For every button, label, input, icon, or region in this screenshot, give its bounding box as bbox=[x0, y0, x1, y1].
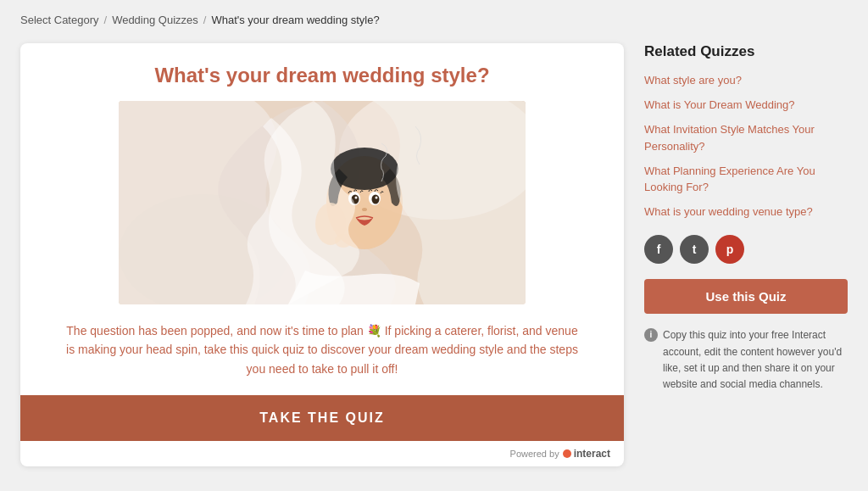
related-link-2[interactable]: What is Your Dream Wedding? bbox=[644, 98, 795, 111]
svg-point-11 bbox=[362, 208, 367, 211]
related-links-list: What style are you? What is Your Dream W… bbox=[644, 72, 848, 220]
interact-dot bbox=[563, 449, 571, 458]
page-wrapper: Select Category / Wedding Quizzes / What… bbox=[0, 0, 868, 480]
facebook-button[interactable]: f bbox=[644, 235, 673, 264]
interact-logo: interact bbox=[563, 448, 610, 460]
interact-label: interact bbox=[574, 448, 610, 460]
breadcrumb-separator-2: / bbox=[203, 14, 207, 26]
info-icon: i bbox=[644, 328, 658, 342]
list-item: What Invitation Style Matches Your Perso… bbox=[644, 121, 848, 153]
breadcrumb-current: What's your dream wedding style? bbox=[211, 14, 379, 26]
sidebar: Related Quizzes What style are you? What… bbox=[644, 43, 848, 393]
related-link-5[interactable]: What is your wedding venue type? bbox=[644, 205, 813, 218]
quiz-description: The question has been popped, and now it… bbox=[54, 321, 590, 378]
powered-by-label: Powered by bbox=[510, 449, 559, 459]
list-item: What is Your Dream Wedding? bbox=[644, 97, 848, 113]
breadcrumb-wedding-quizzes[interactable]: Wedding Quizzes bbox=[112, 14, 198, 26]
facebook-icon: f bbox=[657, 243, 661, 256]
twitter-button[interactable]: t bbox=[680, 235, 709, 264]
list-item: What Planning Experience Are You Looking… bbox=[644, 163, 848, 195]
related-link-4[interactable]: What Planning Experience Are You Looking… bbox=[644, 165, 815, 193]
copy-info-text: Copy this quiz into your free Interact a… bbox=[663, 327, 848, 393]
twitter-icon: t bbox=[693, 243, 697, 256]
related-link-3[interactable]: What Invitation Style Matches Your Perso… bbox=[644, 123, 815, 152]
svg-point-9 bbox=[355, 197, 358, 199]
quiz-title: What's your dream wedding style? bbox=[54, 64, 590, 87]
quiz-card: What's your dream wedding style? bbox=[20, 43, 624, 466]
related-link-1[interactable]: What style are you? bbox=[644, 74, 742, 86]
bride-illustration bbox=[119, 101, 526, 304]
breadcrumb: Select Category / Wedding Quizzes / What… bbox=[20, 14, 848, 26]
list-item: What style are you? bbox=[644, 72, 848, 88]
quiz-image bbox=[119, 101, 526, 304]
pinterest-icon: p bbox=[726, 243, 734, 256]
copy-info: i Copy this quiz into your free Interact… bbox=[644, 327, 848, 393]
content-area: What's your dream wedding style? bbox=[20, 43, 848, 466]
svg-point-10 bbox=[376, 197, 378, 199]
powered-by: Powered by interact bbox=[20, 441, 624, 466]
breadcrumb-separator-1: / bbox=[104, 14, 108, 26]
quiz-image-container bbox=[119, 101, 526, 304]
quiz-card-inner: What's your dream wedding style? bbox=[20, 43, 624, 378]
use-quiz-button[interactable]: Use this Quiz bbox=[644, 279, 848, 314]
take-quiz-button[interactable]: TAKE THE QUIZ bbox=[20, 395, 624, 441]
related-quizzes-title: Related Quizzes bbox=[644, 43, 848, 60]
breadcrumb-select-category[interactable]: Select Category bbox=[20, 14, 99, 26]
list-item: What is your wedding venue type? bbox=[644, 204, 848, 220]
social-buttons: f t p bbox=[644, 235, 848, 264]
pinterest-button[interactable]: p bbox=[715, 235, 744, 264]
svg-point-8 bbox=[372, 195, 380, 204]
